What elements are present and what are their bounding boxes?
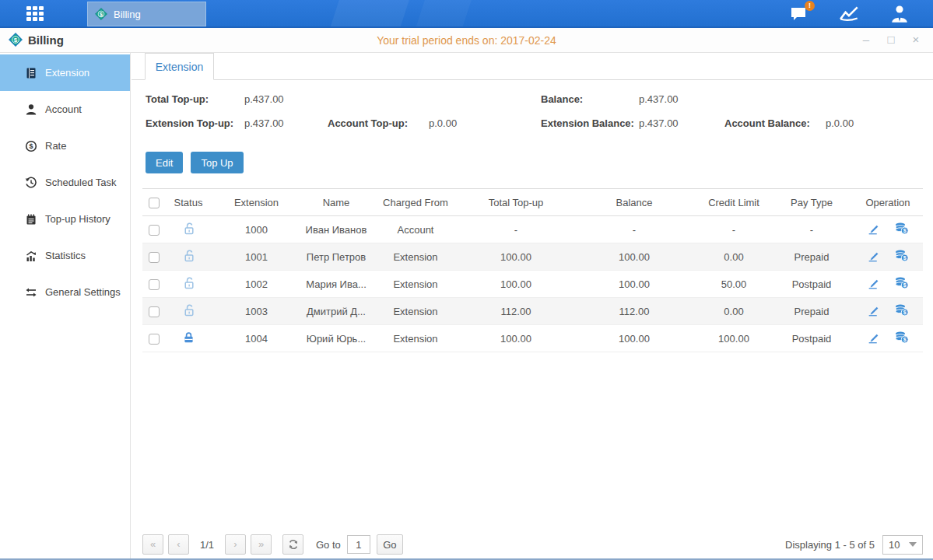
cell-extension: 1002 (211, 271, 302, 298)
svg-text:$: $ (903, 255, 907, 261)
balance-label: Balance: (541, 93, 583, 105)
cell-pay-type: - (770, 216, 853, 243)
sidebar-item-label: Account (45, 103, 82, 115)
cell-balance: 112.00 (571, 298, 697, 325)
svg-text:$: $ (903, 228, 907, 234)
sidebar-item-label: Statistics (45, 250, 86, 261)
col-operation: Operation (853, 189, 923, 216)
taskbar-item-label: Billing (114, 9, 141, 20)
close-icon[interactable]: × (910, 31, 922, 48)
sliders-icon (25, 286, 37, 299)
topup-row-icon[interactable]: $ (894, 249, 909, 262)
sidebar-item-label: Extension (45, 67, 89, 79)
svg-text:$: $ (903, 310, 907, 316)
table-row: 1004Юрий Юрь...Extension100.00100.00100.… (142, 325, 923, 352)
lock-closed-icon[interactable] (182, 331, 195, 344)
cell-charged-from: Extension (370, 271, 461, 298)
sidebar-item-general-settings[interactable]: General Settings (0, 274, 130, 310)
table-row: 1003Дмитрий Д...Extension112.00112.000.0… (142, 298, 923, 325)
edit-button[interactable]: Edit (146, 152, 183, 173)
cell-credit-limit: 0.00 (697, 298, 770, 325)
edit-row-icon[interactable] (867, 276, 880, 289)
topbar-decor (416, 0, 472, 28)
sidebar: Extension Account $ Rate Scheduled Task … (0, 53, 131, 558)
goto-page-input[interactable] (347, 535, 370, 554)
chevron-down-icon (909, 542, 917, 547)
lock-open-icon[interactable] (182, 249, 195, 262)
cell-pay-type: Prepaid (770, 243, 853, 271)
row-checkbox[interactable] (149, 252, 160, 263)
extension-table: Status Extension Name Charged From Total… (142, 188, 923, 352)
messages-icon[interactable]: ! (790, 5, 810, 23)
cell-pay-type: Prepaid (770, 298, 853, 325)
extension-balance-value: p.437.00 (639, 117, 679, 129)
page-indicator: 1/1 (194, 539, 220, 551)
cell-name: Петр Петров (302, 243, 370, 271)
cell-charged-from: Account (370, 216, 461, 243)
cell-extension: 1003 (211, 298, 302, 325)
user-account-icon[interactable] (889, 5, 910, 23)
account-balance-value: p.0.00 (826, 117, 854, 129)
row-checkbox[interactable] (149, 334, 160, 345)
extension-balance-label: Extension Balance: (541, 117, 634, 129)
table-header-row: Status Extension Name Charged From Total… (142, 189, 923, 216)
col-balance: Balance (571, 189, 697, 216)
first-page-button[interactable]: « (142, 534, 163, 555)
cell-credit-limit: 100.00 (697, 325, 770, 352)
select-all-checkbox[interactable] (149, 198, 160, 208)
tab-extension[interactable]: Extension (145, 53, 214, 80)
lock-open-icon[interactable] (182, 276, 195, 289)
sidebar-item-statistics[interactable]: Statistics (0, 237, 130, 274)
topup-button[interactable]: Top Up (191, 152, 243, 173)
person-icon (25, 103, 37, 116)
cell-name: Дмитрий Д... (302, 298, 370, 325)
table-row: 1000Иван ИвановAccount----$ (142, 216, 923, 243)
maximize-icon[interactable]: □ (885, 31, 897, 48)
os-topbar: $ Billing ! (0, 0, 933, 28)
col-name: Name (302, 189, 370, 216)
lock-open-icon[interactable] (182, 222, 195, 235)
topup-row-icon[interactable]: $ (894, 276, 909, 289)
sidebar-item-label: Scheduled Task (45, 177, 117, 188)
topup-row-icon[interactable]: $ (894, 303, 909, 317)
minimize-icon[interactable]: – (860, 31, 872, 48)
row-checkbox[interactable] (149, 225, 160, 236)
topup-row-icon[interactable]: $ (894, 331, 909, 344)
last-page-button[interactable]: » (251, 534, 272, 555)
monitor-chart-icon[interactable] (840, 5, 860, 23)
sidebar-item-scheduled-task[interactable]: Scheduled Task (0, 164, 130, 201)
go-button[interactable]: Go (377, 534, 403, 555)
edit-row-icon[interactable] (867, 331, 880, 344)
cell-credit-limit: 50.00 (697, 271, 770, 298)
cell-credit-limit: - (697, 216, 770, 243)
sidebar-item-rate[interactable]: $ Rate (0, 128, 130, 164)
page-size-value: 10 (889, 539, 900, 551)
edit-row-icon[interactable] (867, 222, 880, 235)
row-checkbox[interactable] (149, 279, 160, 290)
cell-charged-from: Extension (370, 243, 461, 271)
sidebar-item-label: General Settings (45, 286, 121, 298)
topup-row-icon[interactable]: $ (894, 222, 909, 235)
sidebar-item-label: Rate (45, 140, 66, 152)
refresh-button[interactable] (282, 534, 303, 555)
app-grid-icon[interactable] (26, 6, 56, 23)
page-size-select[interactable]: 10 (882, 535, 923, 555)
col-pay-type: Pay Type (770, 189, 853, 216)
total-topup-value: p.437.00 (244, 93, 284, 105)
svg-text:$: $ (29, 142, 33, 150)
cell-balance: 100.00 (571, 271, 697, 298)
col-extension: Extension (211, 189, 302, 216)
total-topup-label: Total Top-up: (146, 93, 209, 105)
lock-open-icon[interactable] (182, 303, 195, 317)
account-topup-label: Account Top-up: (328, 117, 408, 129)
prev-page-button[interactable]: ‹ (168, 534, 189, 555)
edit-row-icon[interactable] (867, 249, 880, 262)
displaying-text: Displaying 1 - 5 of 5 (785, 539, 875, 551)
sidebar-item-account[interactable]: Account (0, 91, 130, 128)
next-page-button[interactable]: › (225, 534, 246, 555)
taskbar-item-billing[interactable]: $ Billing (87, 2, 206, 26)
row-checkbox[interactable] (149, 306, 160, 317)
edit-row-icon[interactable] (867, 303, 880, 317)
sidebar-item-extension[interactable]: Extension (0, 54, 130, 91)
sidebar-item-topup-history[interactable]: Top-up History (0, 201, 130, 237)
